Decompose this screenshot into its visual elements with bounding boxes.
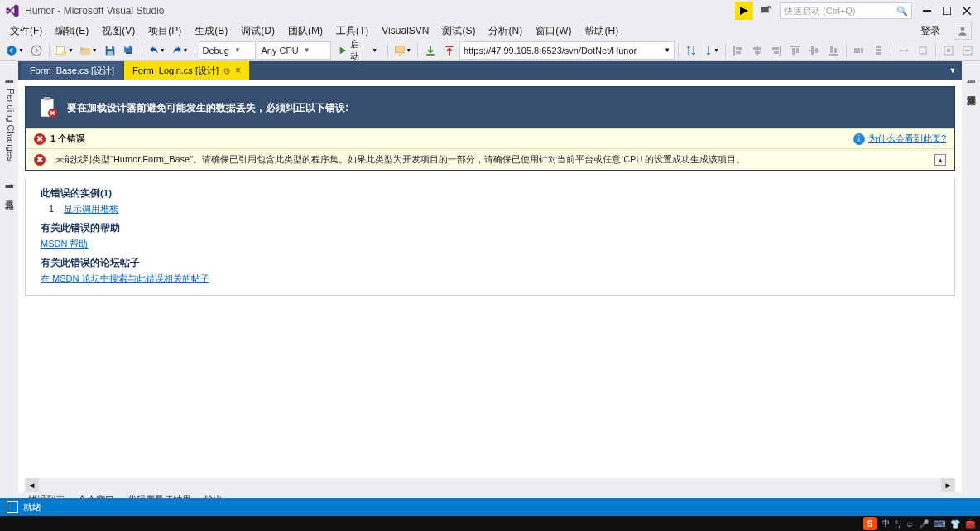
- menu-project[interactable]: 项目(P): [142, 22, 188, 40]
- minimize-button[interactable]: [917, 1, 937, 21]
- close-button[interactable]: [957, 1, 977, 21]
- close-tab-icon[interactable]: ×: [235, 65, 241, 76]
- menu-help[interactable]: 帮助(H): [578, 22, 625, 40]
- svn-update-button[interactable]: [421, 41, 440, 60]
- ime-emoji-icon[interactable]: ☺: [906, 519, 914, 529]
- menu-view[interactable]: 视图(V): [95, 22, 142, 40]
- forum-heading: 有关此错误的论坛帖子: [41, 257, 939, 269]
- menu-tools[interactable]: 工具(T): [329, 22, 375, 40]
- save-button[interactable]: [101, 41, 119, 60]
- menu-file[interactable]: 文件(F): [3, 22, 49, 40]
- account-avatar-button[interactable]: [954, 22, 972, 40]
- menu-window[interactable]: 窗口(W): [529, 22, 578, 40]
- svg-rect-33: [861, 48, 863, 53]
- scroll-left-button[interactable]: ◄: [25, 478, 39, 492]
- feedback-icon[interactable]: [755, 1, 775, 21]
- status-text: 就绪: [23, 501, 41, 514]
- collapse-button[interactable]: ▴: [934, 154, 946, 166]
- spacing-h-button[interactable]: [850, 41, 868, 60]
- error-detail-panel: 此错误的实例(1) 1. 显示调用堆栈 有关此错误的帮助 MSDN 帮助 有关此…: [25, 177, 955, 296]
- notification-flag-icon[interactable]: [735, 2, 753, 20]
- side-tab-data-sources[interactable]: 数据源: [0, 66, 18, 78]
- sogou-ime-icon[interactable]: S: [863, 517, 877, 530]
- svg-rect-30: [834, 48, 837, 53]
- ime-keyboard-icon[interactable]: ⌨: [934, 519, 945, 529]
- side-tab-pending-changes[interactable]: Pending Changes: [0, 83, 18, 167]
- msdn-help-link[interactable]: MSDN 帮助: [41, 239, 88, 249]
- error-count-row: ✖ 1 个错误 i 为什么会看到此页?: [26, 128, 954, 148]
- svg-rect-22: [790, 46, 800, 47]
- menu-team[interactable]: 团队(M): [281, 22, 329, 40]
- msdn-forum-search-link[interactable]: 在 MSDN 论坛中搜索与此错误相关的帖子: [41, 273, 209, 283]
- ime-skin-icon[interactable]: 👕: [950, 519, 960, 529]
- svg-rect-0: [923, 10, 931, 12]
- ime-voice-icon[interactable]: 🎤: [919, 519, 929, 529]
- solution-config-combo[interactable]: Debug▼: [199, 41, 257, 60]
- browse-button[interactable]: ▼: [392, 41, 414, 60]
- start-debug-button[interactable]: 启动▼: [332, 41, 384, 60]
- svg-rect-37: [920, 47, 926, 54]
- window-title: Humor - Microsoft Visual Studio: [25, 5, 165, 17]
- menu-analyze[interactable]: 分析(N): [482, 22, 529, 40]
- align-bottom-button[interactable]: [824, 41, 843, 60]
- side-tab-properties[interactable]: 属性: [962, 66, 980, 78]
- solution-platform-combo[interactable]: Any CPU▼: [257, 41, 331, 60]
- svg-rect-12: [445, 46, 453, 47]
- quick-launch-input[interactable]: 快速启动 (Ctrl+Q) 🔍: [780, 2, 912, 19]
- maximize-button[interactable]: [937, 1, 957, 21]
- open-file-button[interactable]: ▼: [77, 41, 100, 60]
- size-height-button[interactable]: [914, 41, 932, 60]
- redo-button[interactable]: ▼: [169, 41, 191, 60]
- banner-header: 要在加载设计器前避免可能发生的数据丢失，必须纠正以下错误:: [26, 87, 954, 128]
- undo-button[interactable]: ▼: [146, 41, 168, 60]
- side-tab-toolbox[interactable]: 工具箱: [0, 188, 18, 200]
- side-tab-solution-explorer[interactable]: 解决方案资源管理器: [962, 83, 980, 94]
- why-see-this-link[interactable]: i 为什么会看到此页?: [853, 133, 946, 145]
- align-middle-button[interactable]: [805, 41, 824, 60]
- align-center-h-button[interactable]: [748, 41, 766, 60]
- pin-icon[interactable]: ⊙: [223, 66, 230, 75]
- svg-rect-19: [780, 46, 781, 56]
- sign-in-link[interactable]: 登录: [912, 22, 949, 40]
- show-call-stack-link[interactable]: 显示调用堆栈: [64, 204, 118, 214]
- menu-build[interactable]: 生成(B): [188, 22, 234, 40]
- center-v-button[interactable]: [958, 41, 977, 60]
- horizontal-scrollbar[interactable]: ◄ ►: [25, 478, 955, 492]
- svn-diff-button[interactable]: [682, 41, 700, 60]
- center-h-button[interactable]: [939, 41, 958, 60]
- search-icon: 🔍: [896, 6, 908, 17]
- side-tab-server-explorer[interactable]: 服务器资源管理器: [0, 171, 18, 183]
- doc-tab-form-login[interactable]: Form_Login.cs [设计] ⊙ ×: [124, 61, 249, 80]
- align-right-button[interactable]: [767, 41, 785, 60]
- save-all-button[interactable]: [120, 41, 138, 60]
- clipboard-error-icon: [37, 97, 59, 118]
- doc-tab-form-base[interactable]: Form_Base.cs [设计]: [22, 61, 122, 80]
- ime-mode-icon[interactable]: 中: [882, 518, 890, 529]
- nav-back-button[interactable]: ▼: [3, 41, 26, 60]
- new-project-button[interactable]: ▼: [53, 41, 76, 60]
- instances-heading: 此错误的实例(1): [41, 187, 939, 200]
- nav-forward-button[interactable]: [27, 41, 46, 60]
- ime-toolbox-icon[interactable]: 🧰: [965, 519, 975, 529]
- menu-bar: 文件(F) 编辑(E) 视图(V) 项目(P) 生成(B) 调试(D) 团队(M…: [0, 22, 980, 40]
- ime-punct-icon[interactable]: °,: [895, 519, 901, 529]
- designer-body: 要在加载设计器前避免可能发生的数据丢失，必须纠正以下错误: ✖ 1 个错误 i …: [18, 80, 962, 492]
- size-width-button[interactable]: [895, 41, 913, 60]
- menu-edit[interactable]: 编辑(E): [49, 22, 95, 40]
- menu-debug[interactable]: 调试(D): [234, 22, 281, 40]
- menu-visualsvn[interactable]: VisualSVN: [375, 23, 435, 38]
- svn-commit-button[interactable]: [440, 41, 459, 60]
- align-left-button[interactable]: [729, 41, 747, 60]
- svn-url-combo[interactable]: https://47.99.105.8:6523/svn/DotNet/Huno…: [459, 41, 675, 60]
- svn-log-button[interactable]: ▼: [701, 41, 722, 60]
- instance-item: 1. 显示调用堆栈: [41, 203, 939, 215]
- svg-rect-23: [792, 48, 795, 55]
- svg-rect-8: [107, 51, 113, 55]
- svg-rect-9: [125, 46, 129, 47]
- spacing-v-button[interactable]: [869, 41, 887, 60]
- menu-test[interactable]: 测试(S): [435, 22, 482, 40]
- align-top-button[interactable]: [786, 41, 805, 60]
- svg-rect-13: [733, 46, 735, 56]
- scroll-right-button[interactable]: ►: [941, 478, 955, 492]
- doc-tabs-dropdown[interactable]: ▼: [944, 61, 962, 80]
